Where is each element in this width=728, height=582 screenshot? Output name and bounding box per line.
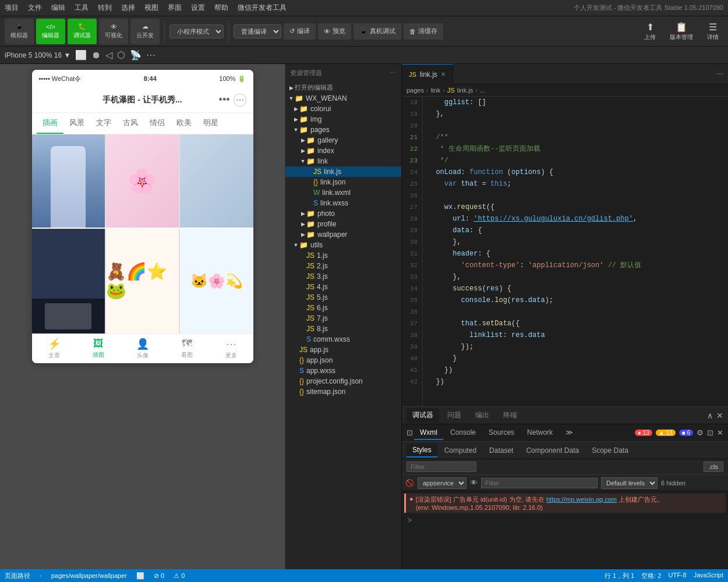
- devtools-tab-network[interactable]: Network: [521, 426, 559, 440]
- file-profile[interactable]: ▶ 📁 profile: [285, 219, 401, 229]
- close-icon[interactable]: ✕: [441, 71, 446, 77]
- file-4js[interactable]: JS4.js: [285, 282, 401, 292]
- file-link-wxml[interactable]: W link.wxml: [285, 187, 401, 198]
- file-app-js[interactable]: JSapp.js: [285, 345, 401, 355]
- device-screenshot-btn[interactable]: ⬡: [117, 49, 125, 61]
- console-eye-btn[interactable]: 👁: [470, 478, 478, 487]
- file-index[interactable]: ▶ 📁 index: [285, 146, 401, 156]
- tab-明星[interactable]: 明星: [197, 113, 224, 134]
- visual-btn[interactable]: 👁 可视化: [99, 19, 128, 44]
- debugger-btn[interactable]: 🐛 调试器: [68, 19, 97, 44]
- tab-欧美[interactable]: 欧美: [171, 113, 197, 134]
- file-link-js[interactable]: JS link.js: [285, 166, 401, 177]
- compile-select[interactable]: 普通编译: [234, 24, 281, 38]
- style-tab-dataset[interactable]: Dataset: [483, 444, 519, 457]
- image-cell-5[interactable]: 🧸🌈⭐🐸: [106, 229, 179, 333]
- bottom-tab-debugger[interactable]: 调试器: [407, 408, 439, 423]
- clean-btn[interactable]: 🗑 清缓存: [404, 23, 443, 40]
- style-tab-computed[interactable]: Computed: [439, 444, 482, 457]
- image-cell-3[interactable]: [180, 134, 253, 228]
- file-pages[interactable]: ▼ 📁 pages: [285, 125, 401, 135]
- tab-古风[interactable]: 古风: [117, 113, 144, 134]
- bottom-tab-problems[interactable]: 问题: [441, 408, 467, 423]
- style-tab-component[interactable]: Component Data: [520, 444, 585, 457]
- editor-btn[interactable]: </> 编辑器: [36, 19, 65, 44]
- file-utils[interactable]: ▼ 📁 utils: [285, 240, 401, 250]
- bottom-panel-collapse[interactable]: ∧: [707, 411, 713, 420]
- file-link-wxss[interactable]: S link.wxss: [285, 198, 401, 208]
- file-img[interactable]: ▶ 📁 img: [285, 114, 401, 125]
- file-colorui[interactable]: ▶ 📁 colorui: [285, 104, 401, 114]
- file-6js[interactable]: JS6.js: [285, 303, 401, 313]
- filter-input[interactable]: [407, 462, 476, 472]
- bottom-panel-close[interactable]: ✕: [716, 411, 723, 420]
- nav-image[interactable]: 🖼 插图: [76, 338, 121, 360]
- console-prompt[interactable]: >: [404, 514, 726, 527]
- real-device-btn[interactable]: 📱 真机调试: [354, 23, 401, 40]
- bottom-tab-terminal[interactable]: 终端: [497, 408, 523, 423]
- devtools-tab-console[interactable]: Console: [444, 426, 482, 440]
- file-sitemap[interactable]: {}sitemap.json: [285, 386, 401, 397]
- simulator-btn[interactable]: 📱 模拟器: [5, 19, 34, 44]
- menu-item-wechat[interactable]: 微信开发者工具: [238, 3, 287, 13]
- file-3js[interactable]: JS3.js: [285, 271, 401, 282]
- upload-btn[interactable]: ⬆ 上传: [639, 19, 660, 44]
- file-1js[interactable]: JS1.js: [285, 250, 401, 261]
- device-rotate-btn[interactable]: ⬜: [75, 49, 87, 61]
- console-filter-input[interactable]: [481, 478, 598, 488]
- menu-item-select[interactable]: 选择: [121, 3, 135, 13]
- tab-文字[interactable]: 文字: [90, 113, 117, 134]
- devtools-panel-btn[interactable]: ⊡: [707, 428, 713, 437]
- tab-风景[interactable]: 风景: [63, 113, 90, 134]
- menu-item-view[interactable]: 视图: [144, 3, 158, 13]
- image-cell-4[interactable]: [32, 229, 105, 333]
- device-back-btn[interactable]: ◁: [105, 49, 112, 61]
- cloud-btn[interactable]: ☁ 云开发: [130, 19, 160, 44]
- nav-map[interactable]: 🗺 看图: [165, 338, 209, 360]
- mode-select[interactable]: 小程序模式: [169, 24, 224, 38]
- file-photo[interactable]: ▶ 📁 photo: [285, 208, 401, 219]
- file-root[interactable]: ▼ 📁 WX_WENAN: [285, 93, 401, 104]
- file-5js[interactable]: JS5.js: [285, 292, 401, 303]
- file-app-wxss[interactable]: Sapp.wxss: [285, 365, 401, 376]
- device-wifi-btn[interactable]: 📡: [130, 49, 142, 61]
- nav-avatar[interactable]: 👤 头像: [121, 338, 165, 360]
- image-cell-6[interactable]: 🐱🌸💫: [180, 229, 253, 333]
- editor-tab-more[interactable]: ⋯: [712, 70, 728, 78]
- style-tab-scope[interactable]: Scope Data: [586, 444, 634, 457]
- bottom-tab-output[interactable]: 编出: [469, 408, 495, 423]
- file-wallpaper[interactable]: ▶ 📁 wallpaper: [285, 229, 401, 240]
- image-cell-1[interactable]: [32, 134, 105, 228]
- menu-item-settings[interactable]: 设置: [191, 3, 205, 13]
- file-comm-wxss[interactable]: Scomm.wxss: [285, 334, 401, 345]
- devtools-icon-btn[interactable]: ⊡: [407, 428, 413, 437]
- tab-插画[interactable]: 插画: [37, 113, 63, 134]
- nav-more[interactable]: ⋯ 更多: [209, 338, 253, 360]
- menu-item-interface[interactable]: 界面: [168, 3, 182, 13]
- device-selector[interactable]: iPhone 5 100% 16 ▼: [5, 51, 70, 59]
- opened-editors-header[interactable]: ▶ 打开的编辑器: [285, 82, 401, 93]
- devtools-tab-sources[interactable]: Sources: [483, 426, 520, 440]
- file-2js[interactable]: JS2.js: [285, 261, 401, 271]
- file-8js[interactable]: JS8.js: [285, 324, 401, 334]
- console-appservice-select[interactable]: appservice: [418, 477, 467, 489]
- file-gallery[interactable]: ▶ 📁 gallery: [285, 135, 401, 146]
- console-level-select[interactable]: Default levels: [601, 477, 658, 489]
- image-cell-2[interactable]: 🌸: [106, 134, 179, 228]
- file-link[interactable]: ▼ 📁 link: [285, 156, 401, 166]
- devtools-tab-more[interactable]: ≫: [560, 426, 579, 440]
- nav-article[interactable]: ⚡ 文章: [32, 338, 76, 360]
- cls-button[interactable]: .cls: [704, 462, 724, 472]
- console-clear-btn[interactable]: 🚫: [405, 479, 414, 487]
- menu-item-help[interactable]: 帮助: [214, 3, 228, 13]
- menu-item-file[interactable]: 文件: [28, 3, 42, 13]
- editor-tab-link-js[interactable]: JS link.js ✕: [402, 64, 453, 84]
- device-more-btn[interactable]: ⋯: [146, 49, 156, 61]
- file-project-config[interactable]: {}project.config.json: [285, 376, 401, 386]
- style-tab-styles[interactable]: Styles: [407, 443, 437, 457]
- menu-item-edit[interactable]: 编辑: [51, 3, 65, 13]
- file-app-json[interactable]: {}app.json: [285, 355, 401, 365]
- tab-情侣[interactable]: 情侣: [144, 113, 171, 134]
- file-panel-more[interactable]: ⋯: [390, 69, 397, 77]
- menu-item-tools[interactable]: 工具: [75, 3, 89, 13]
